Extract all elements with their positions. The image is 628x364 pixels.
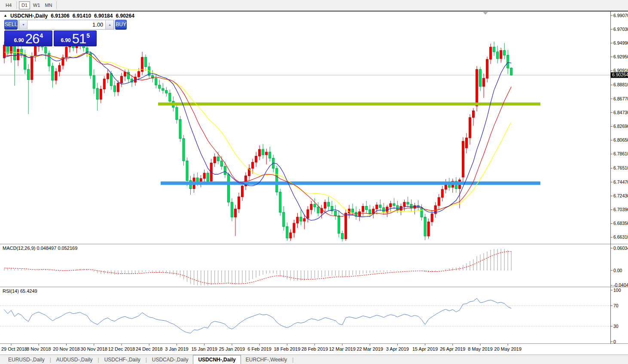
chart-canvas[interactable]: 6.990706.970306.949906.929506.909106.888… bbox=[0, 0, 628, 364]
trading-terminal: { "toolbar": { "periods": [ {"label": "H… bbox=[0, 0, 628, 364]
candle bbox=[438, 194, 440, 209]
candle bbox=[138, 68, 140, 80]
candle bbox=[27, 64, 30, 114]
tab-usdcad-daily[interactable]: USDCAD-,Daily bbox=[147, 355, 193, 364]
candle bbox=[386, 205, 388, 217]
price-tick-label: 6.84730 bbox=[613, 110, 628, 115]
candle bbox=[451, 179, 454, 193]
timeframe-mn-button[interactable]: MN bbox=[43, 1, 54, 9]
candle bbox=[128, 70, 130, 83]
sell-button[interactable]: SELL bbox=[4, 20, 18, 30]
candle bbox=[507, 50, 509, 74]
timeframe-d1-button[interactable]: D1 bbox=[19, 1, 30, 9]
candle bbox=[393, 198, 395, 209]
tab-audusd-daily[interactable]: AUDUSD-,Daily bbox=[52, 355, 98, 364]
date-tick-label: 24 Dec 2018 bbox=[136, 346, 162, 352]
candle bbox=[307, 206, 309, 223]
candle bbox=[310, 201, 312, 215]
candle bbox=[424, 214, 426, 240]
tab-eurchf-weekly[interactable]: EURCHF-,Weekly bbox=[241, 355, 292, 364]
sell-price-small: 6.90 bbox=[14, 37, 24, 43]
candle bbox=[390, 201, 392, 212]
candle bbox=[213, 153, 216, 167]
timeframe-w1-button[interactable]: W1 bbox=[31, 1, 42, 9]
candle bbox=[500, 48, 502, 63]
date-tick-label: 12 Dec 2018 bbox=[108, 346, 135, 352]
candle bbox=[286, 222, 288, 241]
candle bbox=[327, 197, 329, 210]
candle bbox=[493, 42, 495, 56]
volume-increase-button[interactable]: ▲ bbox=[105, 20, 114, 29]
sell-price-tile[interactable]: 6.90 26 4 bbox=[4, 30, 52, 46]
candle bbox=[403, 200, 405, 211]
tab-eurusd-daily[interactable]: EURUSD-,Daily bbox=[3, 355, 49, 364]
sell-price-big: 26 bbox=[25, 33, 39, 45]
symbol-marker-icon: ▲ bbox=[3, 13, 7, 18]
candle bbox=[169, 90, 171, 105]
candle bbox=[296, 213, 299, 228]
candle bbox=[410, 200, 412, 212]
timeframe-h4-button[interactable]: H4 bbox=[3, 1, 14, 9]
volume-input[interactable] bbox=[27, 20, 105, 29]
shift-marker-icon bbox=[483, 12, 488, 15]
buy-price-pip: 5 bbox=[86, 32, 90, 39]
macd-tick-label: -0.040415 bbox=[613, 282, 628, 288]
candle bbox=[445, 179, 447, 193]
candles-layer bbox=[3, 35, 540, 241]
candle bbox=[48, 51, 50, 72]
candle bbox=[469, 114, 471, 145]
candle bbox=[200, 175, 202, 187]
price-tick-label: 6.99070 bbox=[613, 13, 628, 18]
rsi-label: RSI(14) 65.4249 bbox=[3, 288, 37, 294]
candle bbox=[431, 210, 433, 226]
rsi-tick-label: 30 bbox=[613, 324, 619, 329]
candle bbox=[486, 57, 488, 82]
date-tick-label: 22 Mar 2019 bbox=[357, 346, 383, 352]
candle bbox=[290, 229, 292, 241]
candle bbox=[300, 209, 302, 225]
candle bbox=[113, 81, 116, 97]
candle bbox=[269, 147, 271, 162]
candle bbox=[238, 193, 240, 213]
date-axis[interactable]: 29 Oct 20188 Nov 201820 Nov 201830 Nov 2… bbox=[0, 346, 628, 354]
tab-usdchf-daily[interactable]: USDCHF-,Daily bbox=[100, 355, 145, 364]
volume-stepper: ▼ ▲ bbox=[18, 20, 114, 30]
candle bbox=[231, 198, 233, 221]
candle bbox=[324, 200, 326, 213]
chevron-up-icon: ▲ bbox=[108, 23, 111, 26]
candle bbox=[344, 209, 347, 241]
candle bbox=[248, 164, 250, 181]
candle bbox=[379, 200, 381, 211]
date-tick-label: 3 Apr 2019 bbox=[386, 346, 409, 352]
candle bbox=[283, 206, 285, 231]
candle bbox=[483, 73, 485, 98]
candle bbox=[338, 210, 340, 237]
candle bbox=[145, 55, 147, 71]
tab-usdcnh-daily[interactable]: USDCNH-,Daily bbox=[193, 355, 241, 364]
candle bbox=[407, 197, 409, 207]
buy-button[interactable]: BUY bbox=[115, 20, 127, 30]
candle bbox=[17, 46, 19, 66]
candle bbox=[372, 206, 375, 218]
macd-pane bbox=[4, 249, 511, 285]
price-tick-label: 6.76510 bbox=[613, 165, 628, 170]
price-tick-label: 6.80650 bbox=[613, 137, 628, 143]
candle bbox=[103, 76, 105, 93]
svg-text:6.90264: 6.90264 bbox=[612, 72, 628, 77]
candle bbox=[383, 203, 385, 215]
candle bbox=[227, 173, 229, 206]
date-tick-label: 15 Jan 2019 bbox=[191, 346, 217, 352]
candle bbox=[189, 176, 192, 195]
candle bbox=[334, 205, 336, 220]
date-tick-label: 12 Mar 2019 bbox=[329, 346, 356, 352]
date-tick-label: 3 Jan 2019 bbox=[165, 346, 188, 352]
price-tick-label: 6.86770 bbox=[613, 96, 628, 101]
volume-decrease-button[interactable]: ▼ bbox=[19, 20, 27, 29]
date-tick-label: 8 Nov 2018 bbox=[27, 346, 51, 352]
price-tick-label: 6.82690 bbox=[613, 124, 628, 129]
candle bbox=[362, 203, 364, 215]
price-tick-label: 6.72430 bbox=[613, 193, 628, 198]
buy-price-tile[interactable]: 6.90 51 5 bbox=[54, 30, 97, 46]
low-value: 6.90184 bbox=[94, 13, 113, 19]
moving-average-line bbox=[4, 52, 511, 221]
